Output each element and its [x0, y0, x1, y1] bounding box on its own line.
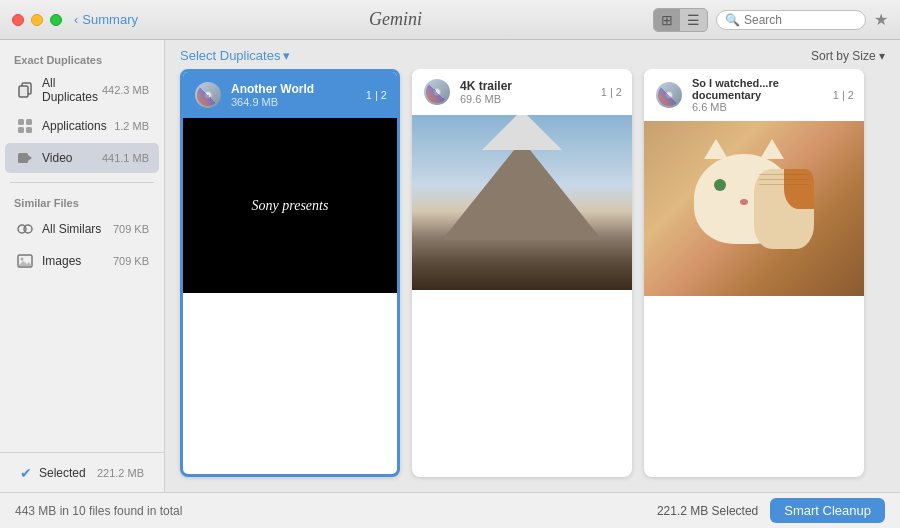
video-size: 441.1 MB — [102, 152, 149, 164]
fur-line-2 — [759, 179, 809, 180]
sidebar-item-all-duplicates[interactable]: All Duplicates 442.3 MB — [5, 71, 159, 109]
card-so-i-watched-badge: 1 | 2 — [833, 89, 854, 101]
content-area: Select Duplicates ▾ Sort by Size ▾ — [165, 40, 900, 492]
card-another-world-preview: Sony presents — [183, 118, 397, 293]
card-so-i-watched-info: So I watched...re documentary 6.6 MB — [692, 77, 833, 113]
similar-files-title: Similar Files — [0, 191, 164, 213]
card-4k-trailer[interactable]: 4K trailer 69.6 MB 1 | 2 — [412, 69, 632, 477]
video-label: Video — [42, 151, 102, 165]
cat-fur-lines — [759, 174, 809, 185]
svg-rect-5 — [26, 127, 32, 133]
sort-button[interactable]: Sort by Size ▾ — [811, 49, 885, 63]
cat-scene — [644, 121, 864, 296]
list-view-button[interactable]: ☰ — [680, 9, 707, 31]
traffic-lights — [12, 14, 62, 26]
sidebar-item-video[interactable]: Video 441.1 MB — [5, 143, 159, 173]
grid-view-button[interactable]: ⊞ — [654, 9, 680, 31]
card-so-i-watched-title: So I watched...re documentary — [692, 77, 833, 101]
mountain-snow — [482, 115, 562, 150]
select-duplicates-label: Select Duplicates — [180, 48, 280, 63]
status-info-text: 443 MB in 10 files found in total — [15, 504, 657, 518]
back-label: Summary — [82, 12, 138, 27]
svg-point-11 — [21, 258, 24, 261]
search-input[interactable] — [744, 13, 857, 27]
view-toggle-group: ⊞ ☰ — [653, 8, 708, 32]
doc-dvd-icon — [654, 80, 684, 110]
sidebar-item-images[interactable]: Images 709 KB — [5, 246, 159, 276]
sidebar-selected-row: ✔ Selected 221.2 MB — [10, 460, 154, 486]
selected-checkmark-icon: ✔ — [20, 465, 32, 481]
selected-label: Selected — [39, 466, 97, 480]
copy-icon — [15, 80, 35, 100]
card-another-world-size: 364.9 MB — [231, 96, 366, 108]
maximize-button[interactable] — [50, 14, 62, 26]
sidebar-item-applications[interactable]: Applications 1.2 MB — [5, 111, 159, 141]
video-preview-text: Sony presents — [252, 198, 329, 214]
images-label: Images — [42, 254, 113, 268]
images-size: 709 KB — [113, 255, 149, 267]
4k-dvd-icon — [422, 77, 452, 107]
card-4k-trailer-info: 4K trailer 69.6 MB — [460, 79, 601, 105]
sidebar-item-all-similars[interactable]: All Similars 709 KB — [5, 214, 159, 244]
card-another-world[interactable]: Another World 364.9 MB 1 | 2 Sony presen… — [180, 69, 400, 477]
all-similars-size: 709 KB — [113, 223, 149, 235]
close-button[interactable] — [12, 14, 24, 26]
card-4k-trailer-header: 4K trailer 69.6 MB 1 | 2 — [412, 69, 632, 115]
sidebar-divider — [10, 182, 154, 183]
select-duplicates-button[interactable]: Select Duplicates ▾ — [180, 48, 290, 63]
fur-line-1 — [759, 174, 809, 175]
video-icon — [15, 148, 35, 168]
minimize-button[interactable] — [31, 14, 43, 26]
titlebar: ‹ Summary Gemini ⊞ ☰ 🔍 ★ — [0, 0, 900, 40]
applications-label: Applications — [42, 119, 114, 133]
card-so-i-watched-size: 6.6 MB — [692, 101, 833, 113]
cat-ear-left — [704, 139, 728, 159]
sidebar: Exact Duplicates All Duplicates 442.3 MB — [0, 40, 165, 492]
image-icon — [15, 251, 35, 271]
back-arrow-icon: ‹ — [74, 12, 78, 27]
search-icon: 🔍 — [725, 13, 740, 27]
video-preview-black: Sony presents — [183, 118, 397, 293]
applications-size: 1.2 MB — [114, 120, 149, 132]
sort-label: Sort by Size — [811, 49, 876, 63]
app-logo: Gemini — [369, 9, 422, 30]
all-duplicates-size: 442.3 MB — [102, 84, 149, 96]
star-button[interactable]: ★ — [874, 10, 888, 29]
similar-icon — [15, 219, 35, 239]
svg-rect-3 — [26, 119, 32, 125]
content-header: Select Duplicates ▾ Sort by Size ▾ — [165, 40, 900, 69]
selected-size: 221.2 MB — [97, 467, 144, 479]
card-4k-trailer-badge: 1 | 2 — [601, 86, 622, 98]
cat-ear-right — [760, 139, 784, 159]
all-duplicates-label: All Duplicates — [42, 76, 102, 104]
cat-nose — [740, 199, 748, 205]
card-so-i-watched-header: So I watched...re documentary 6.6 MB 1 |… — [644, 69, 864, 121]
status-selected-text: 221.2 MB Selected — [657, 504, 758, 518]
card-another-world-info: Another World 364.9 MB — [231, 82, 366, 108]
card-another-world-header: Another World 364.9 MB 1 | 2 — [183, 72, 397, 118]
svg-marker-12 — [18, 261, 32, 266]
dvd-icon — [193, 80, 223, 110]
titlebar-center: Gemini — [138, 9, 653, 30]
cat-eye-left — [714, 179, 726, 191]
card-another-world-badge: 1 | 2 — [366, 89, 387, 101]
search-box: 🔍 — [716, 10, 866, 30]
svg-rect-6 — [18, 153, 28, 163]
smart-cleanup-button[interactable]: Smart Cleanup — [770, 498, 885, 523]
exact-duplicates-title: Exact Duplicates — [0, 48, 164, 70]
cat-body — [754, 169, 814, 249]
card-so-i-watched[interactable]: So I watched...re documentary 6.6 MB 1 |… — [644, 69, 864, 477]
fur-line-3 — [759, 184, 809, 185]
svg-rect-4 — [18, 127, 24, 133]
mountain-peak — [442, 140, 602, 240]
card-so-i-watched-preview — [644, 121, 864, 296]
cards-grid: Another World 364.9 MB 1 | 2 Sony presen… — [165, 69, 900, 492]
svg-marker-7 — [28, 155, 32, 161]
card-4k-trailer-preview — [412, 115, 632, 290]
mountain-scene — [412, 115, 632, 290]
all-similars-label: All Similars — [42, 222, 113, 236]
app-icon — [15, 116, 35, 136]
select-duplicates-arrow-icon: ▾ — [283, 48, 290, 63]
back-button[interactable]: ‹ Summary — [74, 12, 138, 27]
card-4k-trailer-title: 4K trailer — [460, 79, 601, 93]
